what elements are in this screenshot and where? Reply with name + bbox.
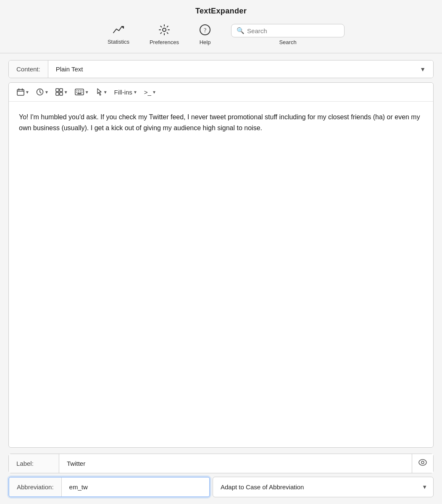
label-field-value: Twitter xyxy=(59,454,412,473)
svg-point-25 xyxy=(421,461,424,464)
script-label: >_ xyxy=(144,89,151,96)
help-label: Help xyxy=(200,39,211,45)
fillins-arrow: ▼ xyxy=(133,90,137,94)
title-bar: TextExpander xyxy=(0,0,442,19)
help-icon: ? xyxy=(199,24,211,37)
content-type-value: Plain Text xyxy=(56,66,83,73)
svg-line-9 xyxy=(40,92,41,93)
editor-container: ▼ ▼ ▼ xyxy=(8,82,434,448)
grid-button[interactable]: ▼ xyxy=(53,87,71,97)
adapt-case-label: Adapt to Case of Abbreviation xyxy=(213,477,416,497)
editor-content: Yo! I'm humbled you'd ask. If you check … xyxy=(19,113,420,131)
label-field-label: Label: xyxy=(9,454,59,473)
adapt-case-dropdown-arrow[interactable]: ▼ xyxy=(416,477,433,497)
svg-text:?: ? xyxy=(204,27,206,34)
content-label: Content: xyxy=(9,60,48,78)
abbreviation-input-container: Abbreviation: xyxy=(8,477,210,497)
svg-point-0 xyxy=(163,28,166,32)
preferences-icon xyxy=(158,24,170,37)
cursor-arrow: ▼ xyxy=(103,90,108,94)
svg-rect-10 xyxy=(56,89,59,92)
script-arrow: ▼ xyxy=(152,90,156,94)
main-content: Content: Plain Text ▼ ▼ xyxy=(0,53,442,504)
content-type-select[interactable]: Plain Text ▼ xyxy=(48,60,433,78)
app-window: TextExpander Statistics Preferences xyxy=(0,0,442,504)
statistics-button[interactable]: Statistics xyxy=(97,22,139,47)
eye-icon xyxy=(418,459,427,468)
search-toolbar-label: Search xyxy=(279,39,296,45)
bottom-fields: Label: Twitter Abbreviation: xyxy=(8,454,434,497)
editor-toolbar: ▼ ▼ ▼ xyxy=(9,83,433,102)
editor-body[interactable]: Yo! I'm humbled you'd ask. If you check … xyxy=(9,102,433,447)
help-button[interactable]: ? Help xyxy=(189,21,221,48)
search-area: 🔍 Search xyxy=(231,24,345,45)
abbreviation-label: Abbreviation: xyxy=(9,478,62,496)
abbreviation-row: Abbreviation: Adapt to Case of Abbreviat… xyxy=(8,477,434,497)
app-title: TextExpander xyxy=(195,7,247,16)
script-button[interactable]: >_ ▼ xyxy=(141,87,159,97)
svg-point-24 xyxy=(419,459,426,465)
search-input[interactable] xyxy=(247,27,339,34)
cursor-button[interactable]: ▼ xyxy=(93,86,110,98)
preferences-button[interactable]: Preferences xyxy=(139,21,189,48)
preferences-label: Preferences xyxy=(150,39,179,45)
search-icon: 🔍 xyxy=(237,27,245,34)
svg-rect-11 xyxy=(60,89,63,92)
svg-rect-3 xyxy=(17,89,24,95)
keyboard-arrow: ▼ xyxy=(85,90,89,94)
content-type-dropdown-arrow: ▼ xyxy=(420,66,426,73)
fillins-button[interactable]: Fill-ins ▼ xyxy=(111,87,140,97)
statistics-label: Statistics xyxy=(108,39,129,45)
content-type-bar: Content: Plain Text ▼ xyxy=(8,60,434,78)
time-arrow: ▼ xyxy=(45,90,49,94)
fillins-label: Fill-ins xyxy=(114,89,132,96)
abbreviation-input[interactable] xyxy=(62,478,209,496)
time-button[interactable]: ▼ xyxy=(33,87,52,97)
statistics-icon xyxy=(113,24,124,37)
date-arrow: ▼ xyxy=(25,90,29,94)
keyboard-button[interactable]: ▼ xyxy=(72,87,92,97)
adapt-case-container: Adapt to Case of Abbreviation ▼ xyxy=(213,477,434,497)
search-box[interactable]: 🔍 xyxy=(231,24,345,37)
svg-rect-12 xyxy=(56,92,59,95)
eye-button[interactable] xyxy=(412,454,433,473)
date-button[interactable]: ▼ xyxy=(14,87,32,97)
grid-arrow: ▼ xyxy=(64,90,68,94)
svg-rect-13 xyxy=(60,92,63,95)
label-row: Label: Twitter xyxy=(8,454,434,473)
main-toolbar: Statistics Preferences ? Help 🔍 xyxy=(0,19,442,53)
